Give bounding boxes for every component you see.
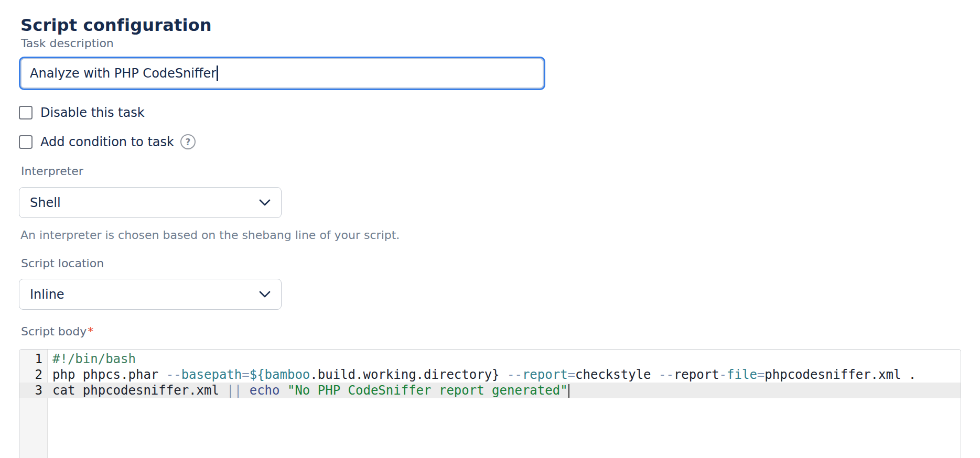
code-token: #!/bin/bash [52,352,136,366]
code-token: phpcodesniffer.xml . [764,367,916,382]
text-cursor [217,66,218,81]
script-body-label-text: Script body [21,325,87,338]
code-token: = [568,367,575,382]
interpreter-select[interactable]: Shell [19,187,282,218]
line-number: 1 [19,351,48,367]
code-token: echo [250,383,287,398]
code-token: -- [659,367,674,382]
question-mark-icon[interactable]: ? [180,134,196,149]
code-token: .build.working.directory} [310,367,507,382]
page-title: Script configuration [20,15,212,35]
code-line[interactable]: 2php phpcs.phar --basepath=${bamboo.buil… [19,367,961,383]
code-token: report [674,367,719,382]
task-description-value: Analyze with PHP CodeSniffer [30,66,216,81]
add-condition-checkbox[interactable] [19,135,33,149]
task-description-label: Task description [21,37,114,50]
add-condition-row: Add condition to task ? [19,134,196,149]
add-condition-label[interactable]: Add condition to task [40,135,174,149]
code-token: php phpcs.phar [52,367,166,382]
line-number: 2 [19,367,48,383]
script-body-label: Script body* [21,325,93,338]
script-location-select[interactable]: Inline [19,279,282,310]
task-description-input[interactable]: Analyze with PHP CodeSniffer [19,57,545,90]
code-token: || [227,383,249,398]
script-location-label: Script location [21,257,104,270]
code-line[interactable]: 1#!/bin/bash [19,351,961,367]
code-line[interactable]: 3cat phpcodesniffer.xml || echo "No PHP … [19,383,961,398]
code-text-cursor [568,384,570,398]
required-asterisk: * [88,325,93,338]
code-token: -- [507,367,522,382]
line-number: 3 [19,383,48,398]
chevron-down-icon [259,291,271,298]
interpreter-selected-value: Shell [30,195,61,210]
code-token: report [522,367,568,382]
code-text: cat phpcodesniffer.xml || echo "No PHP C… [48,383,569,398]
code-token: file [727,367,757,382]
code-token: "No PHP CodeSniffer report generated" [287,383,568,398]
code-token: checkstyle [575,367,659,382]
interpreter-helper-text: An interpreter is chosen based on the sh… [20,228,400,242]
disable-task-row: Disable this task [19,105,145,120]
interpreter-label: Interpreter [21,165,83,178]
code-token: -- [166,367,181,382]
script-location-selected-value: Inline [30,287,64,302]
code-token: - [719,367,727,382]
code-lines: 1#!/bin/bash2php phpcs.phar --basepath=$… [19,350,961,398]
disable-task-checkbox[interactable] [19,106,33,119]
code-text: php phpcs.phar --basepath=${bamboo.build… [48,367,916,383]
code-token: = [242,367,249,382]
code-token: ${bamboo [250,367,310,382]
code-token: cat phpcodesniffer.xml [52,383,227,398]
code-token: basepath [181,367,242,382]
script-body-editor[interactable]: 1#!/bin/bash2php phpcs.phar --basepath=$… [19,349,961,458]
code-token: = [757,367,764,382]
chevron-down-icon [259,199,271,206]
code-text: #!/bin/bash [48,351,136,367]
disable-task-label[interactable]: Disable this task [40,105,145,120]
